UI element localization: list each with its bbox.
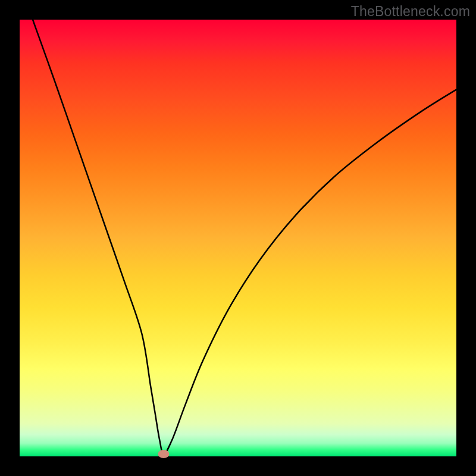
chart-frame: TheBottleneck.com [0, 0, 476, 476]
plot-area [20, 20, 456, 456]
bottleneck-curve [20, 20, 456, 456]
optimal-marker [158, 450, 170, 458]
curve-line [33, 20, 456, 454]
watermark-text: TheBottleneck.com [351, 4, 470, 20]
